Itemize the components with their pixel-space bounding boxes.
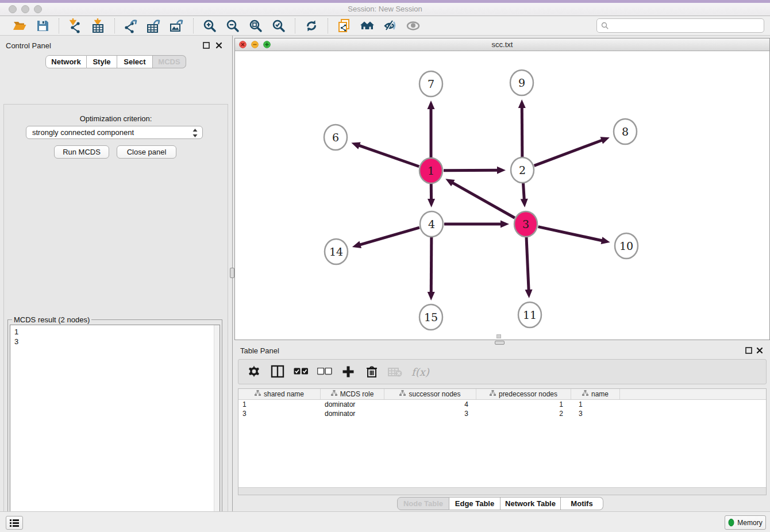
edge-arrowhead [428, 199, 435, 207]
tab-motifs[interactable]: Motifs [561, 497, 603, 510]
zoom-selected-icon[interactable] [271, 18, 287, 34]
optimization-criterion-select[interactable]: strongly connected component [26, 126, 203, 139]
graph-node-6[interactable]: 6 [324, 125, 347, 150]
import-network-icon[interactable] [67, 18, 83, 34]
node-label: 2 [519, 164, 526, 176]
edge-2-3[interactable] [523, 183, 524, 201]
table-cell: dominator [321, 400, 384, 409]
graph-node-8[interactable]: 8 [614, 119, 637, 144]
column-tree-icon [331, 390, 337, 398]
run-mcds-button[interactable]: Run MCDS [54, 145, 109, 159]
control-panel-header: Control Panel [0, 40, 232, 52]
mcds-result-line: 1 [14, 327, 220, 337]
table-tabs: Node TableEdge TableNetwork TableMotifs [397, 497, 603, 510]
clone-network-icon[interactable] [336, 18, 352, 34]
graph-node-14[interactable]: 14 [325, 239, 348, 264]
graph-node-2[interactable]: 2 [511, 157, 534, 183]
graph-node-10[interactable]: 10 [615, 233, 638, 259]
graph-node-11[interactable]: 11 [518, 302, 541, 327]
edge-2-8[interactable] [534, 140, 604, 165]
deselect-all-icon[interactable] [317, 364, 332, 379]
search-box[interactable] [596, 18, 764, 33]
network-canvas[interactable]: 7968124314101511 [235, 51, 769, 340]
export-network-icon[interactable] [123, 18, 139, 34]
graph-node-4[interactable]: 4 [420, 211, 443, 237]
edge-arrowhead [521, 199, 528, 207]
select-all-icon[interactable] [294, 364, 309, 379]
graph-node-3[interactable]: 3 [514, 211, 537, 237]
mcds-result-scrollbar[interactable] [214, 325, 220, 532]
search-icon [601, 22, 609, 30]
graph-node-7[interactable]: 7 [419, 71, 442, 97]
mcds-result-group: MCDS result (2 nodes) 13 [7, 319, 222, 532]
tab-style[interactable]: Style [87, 55, 117, 68]
edge-1-6[interactable] [357, 145, 419, 167]
horizontal-splitter-handle[interactable] [495, 341, 505, 345]
vertical-splitter-handle[interactable] [230, 268, 234, 278]
graph-node-1[interactable]: 1 [419, 158, 442, 183]
graph-node-15[interactable]: 15 [419, 304, 442, 330]
table-cell: 2 [476, 409, 571, 418]
column-layout-icon[interactable] [270, 364, 285, 379]
tab-mcds[interactable]: MCDS [153, 55, 186, 68]
task-history-button[interactable] [6, 516, 23, 530]
edge-1-2[interactable] [444, 170, 499, 171]
export-table-icon[interactable] [146, 18, 162, 34]
column-header-MCDS-role[interactable]: MCDS role [321, 389, 384, 399]
toolbar-group [295, 18, 328, 34]
table-cell: 1 [571, 400, 620, 409]
close-table-panel-icon[interactable] [756, 346, 764, 354]
network-graph[interactable]: 7968124314101511 [235, 51, 769, 340]
import-table-icon[interactable] [90, 18, 106, 34]
home-icon[interactable] [359, 18, 375, 34]
zoom-out-icon[interactable] [225, 18, 241, 34]
close-panel-icon[interactable] [215, 41, 223, 49]
float-panel-icon[interactable] [202, 41, 210, 49]
table-row[interactable]: 3dominator323 [238, 409, 766, 418]
open-session-icon[interactable] [11, 18, 28, 34]
mcds-result-list[interactable]: 13 [10, 325, 220, 532]
edge-2-9[interactable] [522, 106, 522, 157]
network-scroll-nub[interactable] [496, 334, 501, 338]
tab-node-table[interactable]: Node Table [397, 497, 449, 510]
close-panel-button[interactable]: Close panel [117, 145, 176, 159]
column-label: predecessor nodes [499, 390, 557, 398]
delete-row-icon[interactable] [364, 364, 379, 379]
edge-3-1[interactable] [451, 182, 515, 218]
hide-eye-icon[interactable] [382, 18, 398, 34]
settings-gear-icon[interactable] [247, 364, 261, 379]
node-label: 10 [619, 240, 633, 252]
table-row[interactable]: 1dominator411 [238, 400, 766, 409]
zoom-fit-icon[interactable] [248, 18, 264, 34]
node-table-body: 1dominator4113dominator323 [238, 400, 766, 418]
node-table-footer-scroll[interactable] [238, 487, 766, 495]
zoom-in-icon[interactable] [202, 18, 218, 34]
graph-node-9[interactable]: 9 [510, 70, 533, 95]
node-table-header: shared nameMCDS rolesuccessor nodesprede… [238, 389, 766, 400]
add-row-icon[interactable] [341, 364, 356, 379]
edge-4-14[interactable] [358, 228, 419, 245]
refresh-icon[interactable] [303, 18, 319, 34]
tab-select[interactable]: Select [117, 55, 153, 68]
edge-3-11[interactable] [526, 237, 529, 292]
search-input[interactable] [612, 22, 764, 30]
toolbar-group [115, 18, 193, 34]
memory-button[interactable]: Memory [725, 515, 766, 530]
tab-edge-table[interactable]: Edge Table [449, 497, 500, 510]
control-panel-title: Control Panel [6, 41, 51, 50]
table-panel-title: Table Panel [240, 346, 279, 355]
tab-network-table[interactable]: Network Table [500, 497, 561, 510]
tab-network[interactable]: Network [45, 55, 87, 68]
edge-arrowhead [601, 237, 610, 244]
export-image-icon[interactable] [169, 18, 185, 34]
column-header-shared-name[interactable]: shared name [238, 389, 321, 399]
save-session-icon[interactable] [34, 18, 51, 34]
edge-4-15[interactable] [431, 237, 432, 294]
show-eye-icon[interactable] [405, 18, 421, 34]
node-label: 15 [424, 311, 438, 323]
float-table-panel-icon[interactable] [745, 346, 753, 354]
column-header-name[interactable]: name [571, 389, 620, 399]
edge-3-10[interactable] [538, 227, 603, 241]
column-header-successor-nodes[interactable]: successor nodes [384, 389, 476, 399]
column-header-predecessor-nodes[interactable]: predecessor nodes [476, 389, 571, 399]
